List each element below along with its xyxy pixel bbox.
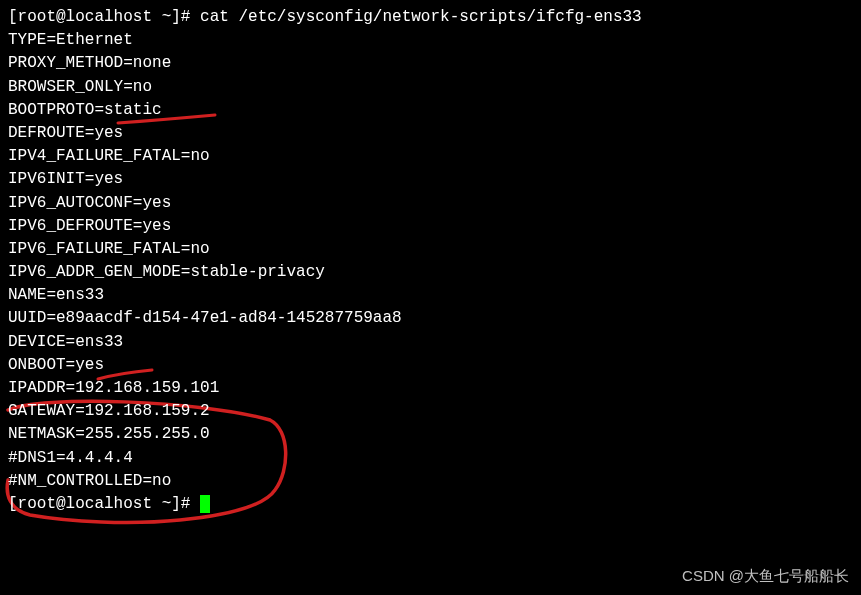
- output-line: GATEWAY=192.168.159.2: [8, 400, 853, 423]
- command-text: cat /etc/sysconfig/network-scripts/ifcfg…: [200, 8, 642, 26]
- output-line: IPV6_DEFROUTE=yes: [8, 215, 853, 238]
- output-line: IPV6_AUTOCONF=yes: [8, 192, 853, 215]
- output-line: PROXY_METHOD=none: [8, 52, 853, 75]
- output-line: IPADDR=192.168.159.101: [8, 377, 853, 400]
- prompt-line-2[interactable]: [root@localhost ~]#: [8, 493, 853, 516]
- output-line: #DNS1=4.4.4.4: [8, 447, 853, 470]
- output-line: IPV6_ADDR_GEN_MODE=stable-privacy: [8, 261, 853, 284]
- output-line: BROWSER_ONLY=no: [8, 76, 853, 99]
- output-line: ONBOOT=yes: [8, 354, 853, 377]
- output-line: UUID=e89aacdf-d154-47e1-ad84-145287759aa…: [8, 307, 853, 330]
- watermark-text: CSDN @大鱼七号船船长: [682, 565, 849, 587]
- output-line: TYPE=Ethernet: [8, 29, 853, 52]
- output-line: DEVICE=ens33: [8, 331, 853, 354]
- output-line: BOOTPROTO=static: [8, 99, 853, 122]
- output-line: DEFROUTE=yes: [8, 122, 853, 145]
- output-line: NETMASK=255.255.255.0: [8, 423, 853, 446]
- output-line: IPV4_FAILURE_FATAL=no: [8, 145, 853, 168]
- output-line: #NM_CONTROLLED=no: [8, 470, 853, 493]
- output-line: IPV6_FAILURE_FATAL=no: [8, 238, 853, 261]
- shell-prompt: [root@localhost ~]#: [8, 8, 200, 26]
- shell-prompt: [root@localhost ~]#: [8, 495, 200, 513]
- cursor-block: [200, 495, 210, 513]
- prompt-line-1[interactable]: [root@localhost ~]# cat /etc/sysconfig/n…: [8, 6, 853, 29]
- output-line: NAME=ens33: [8, 284, 853, 307]
- output-line: IPV6INIT=yes: [8, 168, 853, 191]
